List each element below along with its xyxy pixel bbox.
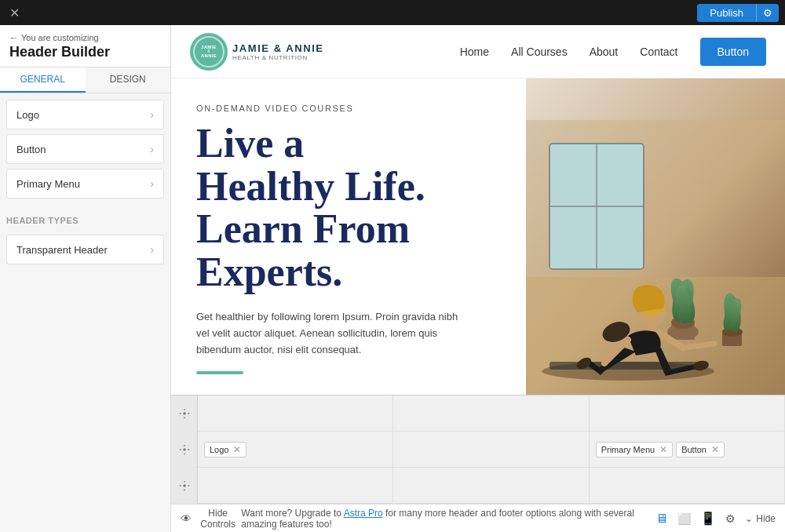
- settings-icon: [179, 444, 190, 455]
- svg-point-27: [183, 448, 186, 451]
- chevron-right-icon: ›: [150, 243, 154, 256]
- back-arrow-icon: ←: [9, 33, 18, 42]
- gear-icon: ⚙: [725, 512, 736, 525]
- builder-col-1-2: [393, 395, 589, 431]
- builder-area: Logo ✕ Primary Menu ✕ Button ✕: [171, 395, 785, 504]
- builder-row-3-icon[interactable]: [171, 468, 198, 504]
- sidebar-back-button[interactable]: ← You are customizing: [9, 33, 161, 42]
- builder-tag-primary-menu-remove[interactable]: ✕: [659, 444, 667, 455]
- svg-line-22: [683, 344, 714, 348]
- nav-item-home[interactable]: Home: [460, 46, 489, 58]
- nav-item-all-courses[interactable]: All Courses: [511, 46, 568, 58]
- bottom-left-controls: 👁 Hide Controls: [181, 508, 241, 530]
- sidebar-item-button[interactable]: Button ›: [6, 134, 164, 164]
- builder-row-3: [171, 468, 785, 504]
- site-nav-button[interactable]: Button: [700, 38, 766, 66]
- logo-circle: JAMIE & ANNIE: [190, 33, 228, 71]
- publish-settings-button[interactable]: ⚙: [756, 4, 779, 22]
- sidebar-section-items: Logo › Button › Primary Menu ›: [0, 93, 170, 210]
- chevron-right-icon: ›: [150, 108, 154, 121]
- eye-icon: 👁: [181, 512, 192, 525]
- builder-tag-logo-remove[interactable]: ✕: [233, 444, 241, 455]
- close-button[interactable]: ✕: [6, 5, 22, 20]
- logo-text-block: JAMIE & ANNIE: [201, 45, 217, 58]
- chevron-down-icon: ⌄: [745, 513, 753, 524]
- builder-tag-primary-menu[interactable]: Primary Menu ✕: [596, 442, 673, 457]
- builder-col-1-3: [590, 395, 785, 431]
- builder-col-3-2: [393, 468, 589, 503]
- logo-text-area: JAMIE & ANNIE HEALTH & NUTRITION: [232, 42, 324, 61]
- mobile-icon: 📱: [700, 512, 716, 525]
- builder-tag-button[interactable]: Button ✕: [676, 442, 725, 457]
- site-logo: JAMIE & ANNIE JAMIE & ANNIE HEALTH & NUT…: [190, 33, 324, 71]
- device-tablet-button[interactable]: ⬜: [677, 512, 691, 526]
- sidebar: ← You are customizing Header Builder GEN…: [0, 25, 171, 532]
- chevron-right-icon: ›: [150, 177, 154, 190]
- chevron-right-icon: ›: [150, 143, 154, 155]
- sidebar-section-header-types: Transparent Header ›: [0, 228, 170, 275]
- tab-general[interactable]: GENERAL: [0, 67, 86, 93]
- top-bar: ✕ Publish ⚙: [0, 0, 785, 25]
- builder-col-2-2: [393, 432, 589, 467]
- settings-icon: ⚙: [763, 7, 772, 19]
- site-header-preview: JAMIE & ANNIE JAMIE & ANNIE HEALTH & NUT…: [171, 25, 785, 78]
- site-nav: Home All Courses About Contact Button: [460, 38, 766, 66]
- sidebar-tabs: GENERAL DESIGN: [0, 67, 170, 93]
- astra-pro-link[interactable]: Astra Pro: [344, 508, 383, 519]
- device-mobile-button[interactable]: 📱: [700, 511, 716, 526]
- builder-row-1-icon[interactable]: [171, 395, 198, 432]
- builder-tag-button-remove[interactable]: ✕: [711, 444, 719, 455]
- svg-point-28: [183, 484, 186, 487]
- hero-heading: Live a Healthy Life. Learn From Experts.: [196, 122, 501, 293]
- settings-icon: [179, 480, 190, 491]
- logo-main-text: JAMIE & ANNIE: [232, 42, 324, 54]
- tab-design[interactable]: DESIGN: [86, 67, 171, 93]
- builder-col-2-1: Logo ✕: [198, 432, 393, 467]
- sidebar-item-logo[interactable]: Logo ›: [6, 100, 164, 129]
- hero-content: ON-DEMAND VIDEO COURSES Live a Healthy L…: [171, 78, 526, 395]
- builder-col-2-3: Primary Menu ✕ Button ✕: [590, 432, 785, 467]
- nav-item-contact[interactable]: Contact: [640, 46, 677, 58]
- logo-sub-text: HEALTH & NUTRITION: [232, 54, 324, 61]
- svg-point-26: [183, 412, 186, 415]
- hero-paragraph: Get healthier by following lorem Ipsum. …: [196, 309, 463, 358]
- hero-tag: ON-DEMAND VIDEO COURSES: [196, 104, 501, 113]
- device-desktop-button[interactable]: 🖥: [655, 512, 668, 526]
- builder-tag-logo[interactable]: Logo ✕: [204, 442, 246, 457]
- hero-cta-line: [196, 371, 243, 374]
- sidebar-item-primary-menu[interactable]: Primary Menu ›: [6, 169, 164, 199]
- settings-icon: [179, 408, 190, 419]
- builder-col-3-3: [590, 468, 785, 503]
- sidebar-item-transparent-header[interactable]: Transparent Header ›: [6, 235, 164, 264]
- bottom-right-controls: 🖥 ⬜ 📱 ⚙ ⌄ Hide: [655, 511, 776, 526]
- hide-controls-button[interactable]: 👁 Hide Controls: [181, 508, 241, 530]
- sidebar-title: Header Builder: [9, 44, 161, 60]
- logo-name-line2: ANNIE: [201, 53, 217, 58]
- builder-row-1: [171, 395, 785, 432]
- hide-button[interactable]: ⌄ Hide: [745, 513, 776, 524]
- builder-row-2: Logo ✕ Primary Menu ✕ Button ✕: [171, 432, 785, 468]
- builder-col-3-1: [198, 468, 393, 503]
- bottom-bar: 👁 Hide Controls Want more? Upgrade to As…: [171, 504, 785, 532]
- main-area: ← You are customizing Header Builder GEN…: [0, 25, 785, 532]
- builder-row-2-icon[interactable]: [171, 432, 198, 468]
- header-types-label: HEADER TYPES: [0, 210, 170, 228]
- publish-button[interactable]: Publish: [697, 4, 756, 22]
- nav-item-about[interactable]: About: [590, 46, 619, 58]
- desktop-icon: 🖥: [655, 512, 668, 525]
- preview-area: JAMIE & ANNIE JAMIE & ANNIE HEALTH & NUT…: [171, 25, 785, 532]
- sidebar-header: ← You are customizing Header Builder: [0, 25, 170, 67]
- tablet-icon: ⬜: [677, 512, 691, 525]
- builder-col-1-1: [198, 395, 393, 431]
- logo-circle-inner: JAMIE & ANNIE: [193, 36, 225, 67]
- hero-image: [526, 78, 785, 395]
- gear-button[interactable]: ⚙: [725, 512, 736, 525]
- bottom-center-text: Want more? Upgrade to Astra Pro for many…: [241, 508, 655, 530]
- hero-yoga-illustration: [526, 120, 785, 395]
- hero-section: ON-DEMAND VIDEO COURSES Live a Healthy L…: [171, 78, 785, 395]
